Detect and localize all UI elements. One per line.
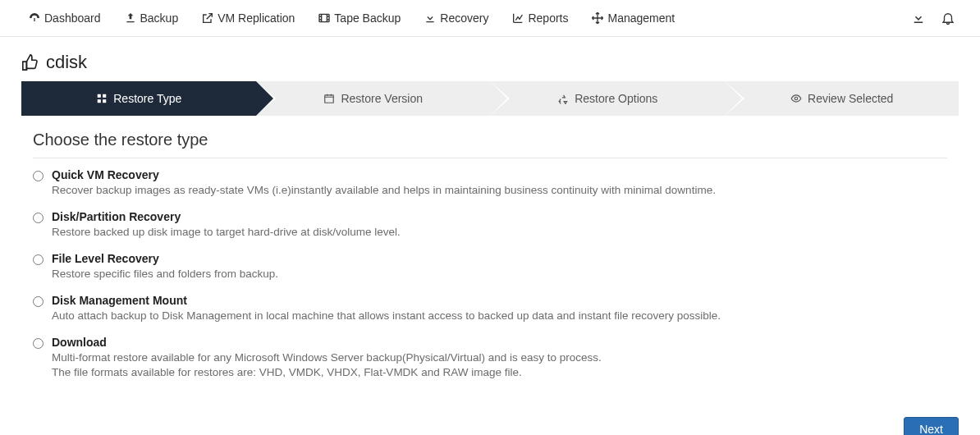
next-button[interactable]: Next [904,417,959,435]
footer: Next [0,409,980,435]
step-label: Restore Options [575,92,657,105]
nav-management[interactable]: Management [579,7,686,30]
wizard-steps: Restore Type Restore Version Restore Opt… [21,81,959,116]
thumbs-up-icon [21,53,39,71]
step-restore-options[interactable]: Restore Options [490,81,725,116]
svg-rect-1 [98,94,101,98]
top-nav-right [911,11,964,25]
step-restore-type[interactable]: Restore Type [21,81,256,116]
option-quick-vm-recovery[interactable]: Quick VM Recovery Recover backup images … [33,168,947,199]
nav-label: Dashboard [44,11,101,25]
radio-disk-management-mount[interactable] [33,296,44,307]
option-desc: Recover backup images as ready-state VMs… [52,183,947,199]
svg-rect-5 [325,95,334,103]
option-download[interactable]: Download Multi-format restore available … [33,336,947,382]
radio-disk-partition-recovery[interactable] [33,213,44,223]
option-desc: Multi-format restore available for any M… [52,350,947,382]
option-title: Disk/Partition Recovery [52,210,947,223]
top-navigation: Dashboard Backup VM Replication Tape Bac… [0,0,980,37]
svg-rect-0 [319,14,329,21]
svg-rect-3 [98,99,101,103]
radio-quick-vm-recovery[interactable] [33,171,44,181]
move-icon [591,11,604,25]
option-file-level-recovery[interactable]: File Level Recovery Restore specific fil… [33,252,947,282]
bell-icon[interactable] [941,11,955,25]
option-title: Quick VM Recovery [52,168,947,181]
option-title: Download [52,336,947,349]
nav-recovery[interactable]: Recovery [412,7,500,30]
step-label: Review Selected [808,92,893,105]
radio-file-level-recovery[interactable] [33,254,44,265]
nav-label: Recovery [440,11,488,25]
film-icon [318,11,331,25]
nav-vm-replication[interactable]: VM Replication [190,7,306,30]
option-desc: Auto attach backup to Disk Management in… [52,309,947,324]
nav-label: VM Replication [218,11,295,25]
nav-dashboard[interactable]: Dashboard [16,7,112,30]
step-review-selected[interactable]: Review Selected [725,81,959,116]
radio-download[interactable] [33,338,44,349]
download-action-icon[interactable] [911,11,926,25]
dashboard-icon [28,11,41,25]
option-disk-management-mount[interactable]: Disk Management Mount Auto attach backup… [33,294,947,324]
svg-point-6 [795,97,798,100]
nav-label: Reports [528,11,568,25]
content-area: Choose the restore type Quick VM Recover… [0,130,980,409]
option-desc: Restore backed up disk image to target h… [52,225,947,240]
option-title: Disk Management Mount [52,294,947,307]
nav-label: Management [607,11,675,25]
divider [33,158,947,158]
nav-label: Backup [140,11,179,25]
nav-tape-backup[interactable]: Tape Backup [306,7,412,30]
share-icon [201,11,214,25]
grid-icon [95,92,108,105]
page-title: cdisk [46,52,87,73]
option-disk-partition-recovery[interactable]: Disk/Partition Recovery Restore backed u… [33,210,947,240]
eye-icon [790,92,803,105]
step-restore-version[interactable]: Restore Version [256,81,491,116]
upload-icon [124,11,137,25]
section-heading: Choose the restore type [33,130,947,149]
nav-label: Tape Backup [334,11,401,25]
option-desc: Restore specific files and folders from … [52,267,947,282]
step-label: Restore Type [113,92,181,105]
step-label: Restore Version [341,92,423,105]
calendar-icon [323,92,336,105]
download-icon [424,11,437,25]
svg-rect-2 [103,94,106,98]
top-nav-left: Dashboard Backup VM Replication Tape Bac… [16,7,686,30]
svg-rect-4 [103,99,106,103]
recycle-icon [556,92,570,105]
nav-reports[interactable]: Reports [500,7,579,30]
chart-icon [511,11,524,25]
page-title-row: cdisk [0,37,980,81]
option-title: File Level Recovery [52,252,947,265]
nav-backup[interactable]: Backup [112,7,190,30]
